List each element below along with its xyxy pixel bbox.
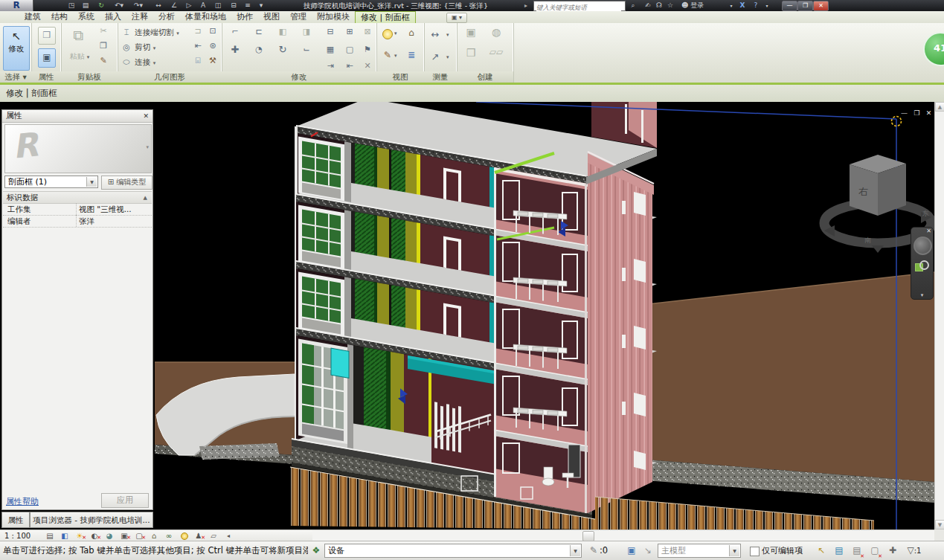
panel-properties-label[interactable]: 属性 bbox=[31, 71, 61, 83]
design-option-select[interactable]: 主模型 ▼ bbox=[658, 544, 741, 558]
ribbon-display-toggle[interactable]: ▣ ▾ bbox=[446, 13, 467, 23]
default-3d-view-icon[interactable]: ◫ bbox=[212, 1, 224, 10]
tab-project-browser[interactable]: 项目浏览器 - 技师学院机电培训... bbox=[30, 512, 153, 528]
beam-join-icon[interactable]: ⊐ bbox=[192, 26, 204, 36]
tab-insert[interactable]: 插入 bbox=[100, 11, 126, 23]
split-face-icon[interactable]: ⌻ bbox=[192, 56, 204, 65]
select-by-face-icon[interactable]: ▢✕ bbox=[867, 541, 882, 560]
filter-icon[interactable]: ▽:1 bbox=[903, 541, 925, 560]
search-input[interactable] bbox=[536, 4, 621, 11]
favorites-star-icon[interactable]: ☆ bbox=[665, 1, 675, 10]
wall-join-icon[interactable]: ⊡ bbox=[207, 26, 219, 36]
help-dropdown-icon[interactable]: ▾ bbox=[763, 1, 771, 10]
visual-style-icon[interactable]: ◧ bbox=[58, 530, 71, 541]
modify-button[interactable]: ↖ 修改 bbox=[3, 26, 30, 71]
active-workset-select[interactable]: 设备 ▼ bbox=[324, 544, 582, 558]
rendering-dialog-icon[interactable]: ◕ bbox=[103, 530, 116, 541]
type-selector[interactable]: 剖面框 (1) ▼ bbox=[4, 176, 98, 188]
split-element-icon[interactable]: ⊟ bbox=[323, 25, 338, 39]
paste-label[interactable]: 粘贴 ▾ bbox=[67, 51, 92, 62]
design-options-icon[interactable]: ▣ bbox=[625, 541, 638, 560]
properties-palette-icon[interactable]: ❒ bbox=[38, 27, 56, 45]
vcb-collapse-icon[interactable]: ◂ bbox=[222, 530, 235, 541]
crop-view-icon[interactable]: ▣✕ bbox=[118, 530, 131, 541]
type-selector-arrow-icon[interactable]: ▼ bbox=[86, 177, 97, 187]
select-pinned-icon[interactable]: ▤✕ bbox=[850, 541, 864, 560]
copy-to-clipboard-icon[interactable]: ❐ bbox=[97, 41, 110, 51]
sign-in-button[interactable]: ☻ 登录 bbox=[677, 1, 708, 10]
match-type-icon[interactable]: ✎ bbox=[97, 56, 110, 65]
unlocked-3d-view-icon[interactable]: ⌂ bbox=[147, 530, 161, 541]
customize-qat-icon[interactable]: ▾ bbox=[255, 1, 267, 10]
preview-dropdown-icon[interactable]: ▾ bbox=[146, 144, 149, 150]
property-row[interactable]: 工作集 视图 "三维视... bbox=[3, 203, 152, 216]
application-menu-button[interactable]: R bbox=[0, 0, 33, 11]
reveal-dropdown-icon[interactable]: ▾ bbox=[394, 30, 397, 36]
view-minimize-icon[interactable]: — bbox=[899, 109, 910, 118]
select-underlay-icon[interactable]: ▤ bbox=[832, 541, 847, 560]
navbar-expand-icon[interactable]: ▾ bbox=[911, 292, 933, 298]
properties-help-link[interactable]: 属性帮助 bbox=[6, 496, 39, 507]
collapse-section-icon[interactable]: ▲ bbox=[144, 193, 147, 204]
trim-extend-icon[interactable]: ⌙ bbox=[299, 42, 314, 57]
paste-icon[interactable]: ⧉ bbox=[67, 27, 89, 44]
move-icon[interactable]: ✚ bbox=[228, 42, 243, 57]
measure-line-icon[interactable]: ↔ bbox=[427, 29, 443, 40]
scale-icon[interactable]: ▢ bbox=[342, 42, 357, 57]
mirror-pick-axis-icon[interactable]: ◧ bbox=[275, 25, 290, 39]
array-icon[interactable]: ▦ bbox=[323, 42, 338, 57]
create-group-icon[interactable]: ▣ bbox=[463, 26, 479, 38]
reveal-hidden-elements-icon[interactable] bbox=[382, 29, 393, 39]
rotate-icon[interactable]: ↻ bbox=[275, 42, 290, 57]
unpin-icon[interactable]: ⊠ bbox=[360, 25, 375, 39]
shadows-icon[interactable]: ◐✕ bbox=[88, 530, 101, 541]
steering-wheel-icon[interactable] bbox=[914, 236, 932, 255]
scroll-down-icon[interactable]: ▼ bbox=[935, 520, 944, 530]
cut-to-clipboard-icon[interactable]: ✂ bbox=[97, 26, 110, 36]
thin-lines-icon[interactable]: ≡ bbox=[242, 1, 254, 10]
show-crop-icon[interactable]: ▢✕ bbox=[132, 530, 146, 541]
apply-button[interactable]: 应用 bbox=[101, 493, 149, 508]
horizontal-scroll-thumb[interactable] bbox=[582, 531, 594, 541]
thin-lines-dropdown-icon[interactable]: ▾ bbox=[394, 53, 397, 59]
zoom-icon[interactable] bbox=[915, 260, 928, 274]
render-icon[interactable]: ⌂ bbox=[405, 28, 418, 38]
sync-icon[interactable]: ↻ bbox=[95, 1, 107, 10]
maximize-button[interactable]: ❐ bbox=[797, 1, 813, 11]
measure-dropdown-icon[interactable]: ▾ bbox=[446, 32, 449, 38]
properties-header[interactable]: 属性 ✕ bbox=[2, 110, 152, 123]
scale-button[interactable]: 1 : 100 bbox=[4, 530, 30, 541]
create-parts-icon[interactable]: ▱▱ bbox=[488, 47, 504, 57]
help-icon[interactable]: ? bbox=[750, 1, 762, 10]
cut-join-button[interactable]: ⌶ 连接端切割 ▾ bbox=[121, 25, 179, 39]
horizontal-scrollbar[interactable] bbox=[312, 530, 934, 541]
view-restore-icon[interactable]: ❐ bbox=[911, 109, 922, 118]
join-button[interactable]: ⬭ 连接 ▾ bbox=[121, 55, 155, 69]
communication-icon[interactable]: ☊ bbox=[654, 1, 664, 10]
demolish-icon[interactable]: ⚒ bbox=[207, 56, 219, 65]
tab-architecture[interactable]: 建筑 bbox=[19, 11, 46, 23]
temporary-view-properties-icon[interactable]: ▱ bbox=[207, 530, 220, 541]
tag-icon[interactable]: ▷ bbox=[183, 1, 195, 10]
vertical-scrollbar[interactable]: ▲ ▼ bbox=[934, 102, 944, 530]
tab-modify-section-box[interactable]: 修改 | 剖面框 bbox=[355, 11, 416, 23]
text-icon[interactable]: A bbox=[197, 1, 209, 10]
tab-view[interactable]: 视图 bbox=[258, 11, 285, 23]
aligned-dimension-icon[interactable]: ↔ bbox=[152, 1, 164, 10]
offset-icon[interactable]: ⊏ bbox=[251, 25, 266, 39]
editing-requests-icon[interactable]: ✎ bbox=[588, 541, 600, 560]
worksharing-display-icon[interactable]: ♟✕ bbox=[192, 530, 205, 541]
navbar-close-icon[interactable]: ✕ bbox=[926, 228, 931, 234]
tab-analyze[interactable]: 分析 bbox=[153, 11, 180, 23]
workset-dropdown-icon[interactable]: ▼ bbox=[570, 545, 580, 556]
save-icon[interactable]: ▤ bbox=[80, 1, 91, 10]
create-assembly-icon[interactable]: ❒ bbox=[463, 47, 479, 59]
scroll-up-icon[interactable]: ▲ bbox=[935, 102, 944, 112]
exchange-apps-icon[interactable]: X bbox=[736, 1, 748, 10]
undo-icon[interactable]: ↶▾ bbox=[113, 1, 125, 10]
close-button[interactable]: ✕ bbox=[813, 1, 829, 11]
tab-structure[interactable]: 结构 bbox=[46, 11, 73, 23]
panel-select-label[interactable]: 选择 ▾ bbox=[0, 71, 31, 83]
worksets-icon[interactable]: ❖ bbox=[309, 541, 323, 560]
search-icon[interactable]: ⌕ bbox=[627, 1, 639, 10]
